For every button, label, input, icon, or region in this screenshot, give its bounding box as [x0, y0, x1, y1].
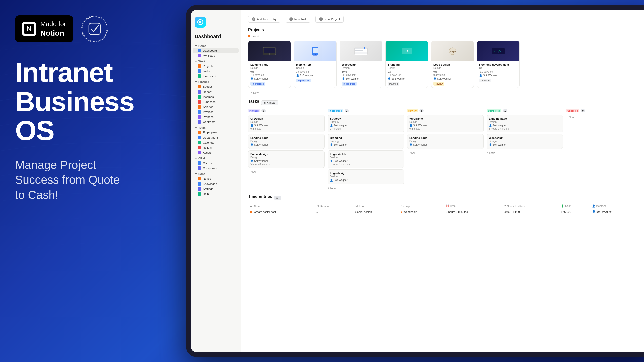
nav-item-projects[interactable]: Projects [193, 64, 239, 69]
nav-item-expenses[interactable]: Expenses [193, 99, 239, 104]
nav-item-assets[interactable]: Assets [193, 150, 239, 155]
task-card[interactable]: Landing page Design 👤 Soft Wagner [407, 134, 484, 149]
task-card[interactable]: Webdesign Design 👤 Soft Wagner [487, 134, 563, 149]
nav-section-header-base[interactable]: ▼ Base [193, 172, 239, 176]
new-task-button[interactable]: + New Task [286, 16, 311, 23]
nav-item-salaries[interactable]: Salaries [193, 104, 239, 109]
main-title: Intranet Business OS [15, 58, 151, 145]
nav-item-report[interactable]: Report [193, 89, 239, 94]
nav-item-department[interactable]: Department [193, 135, 239, 140]
project-info: Webdesign Design 50% -11 days left 👤 Sof… [340, 61, 382, 88]
nav-section-header-crm[interactable]: ▼ CRM [193, 156, 239, 161]
nav-dot [198, 161, 201, 165]
nav-item-tasks[interactable]: Tasks [193, 69, 239, 74]
nav-item-help[interactable]: Help [193, 191, 239, 196]
col-header-member: 👤 Member [590, 203, 642, 209]
project-info: Frontend development UX -11 days left 👤 … [477, 61, 519, 84]
project-card[interactable]: Landing page Design 0% -11 days left 👤 S… [248, 41, 291, 88]
add-task-button-planned[interactable]: + New [248, 169, 325, 174]
nav-dot [198, 100, 201, 104]
task-card[interactable]: Landing page Design 👤 Soft Wagner 5 hour… [487, 115, 563, 132]
task-card[interactable]: Social design Design 👤 Soft Wagner 5 hou… [248, 150, 325, 168]
task-card[interactable]: UI Design Design 👤 Soft Wagner 0 minutes [248, 115, 325, 132]
nav-section-home: ▼ Home Dashboard My Board [193, 43, 239, 58]
kanban-tag[interactable]: ⊞ Kanban [261, 100, 278, 105]
col-header-time: ⏰ Time [444, 203, 502, 209]
nav-item-knowledge[interactable]: Knowledge [193, 181, 239, 186]
svg-rect-8 [264, 48, 275, 53]
svg-rect-16 [355, 52, 367, 54]
nav-item-contracts[interactable]: Contracts [193, 119, 239, 124]
status-badge: Planned [479, 79, 491, 82]
entry-duration: 5 [314, 209, 353, 215]
nav-item-notice[interactable]: Notice [193, 176, 239, 181]
add-task-button-inprogress[interactable]: + New [328, 186, 404, 190]
add-project-button[interactable]: + + New [248, 90, 642, 95]
tasks-section-title: Tasks [248, 99, 259, 104]
project-card[interactable]: Mobile App Design 19 days left 👤 Soft Wa… [294, 41, 337, 88]
add-time-entry-button[interactable]: + Add Time Entry [248, 16, 280, 23]
task-card[interactable]: Strategy Strategy 👤 Soft Wagner 0 minute… [328, 115, 404, 132]
filter-all-button[interactable]: All [274, 196, 281, 200]
col-header-cost: 💲 Cost [559, 203, 590, 209]
nav-dot [198, 151, 201, 154]
entry-member: 👤 Soft Wagner [590, 209, 642, 215]
tablet-screen: Dashboard ▼ Home Dashboard My Board [191, 10, 644, 352]
project-card[interactable]: <div/> js Frontend development UX -11 da… [477, 41, 520, 88]
project-card[interactable]: logo Logo design Design 0% 0 days left 👤… [431, 41, 474, 88]
nav-item-clients[interactable]: Clients [193, 161, 239, 166]
nav-section-crm: ▼ CRM Clients Companies [193, 156, 239, 171]
svg-rect-11 [313, 48, 318, 53]
task-card[interactable]: Branding Strategy 👤 Soft Wagner [328, 134, 404, 149]
task-card[interactable]: Landing page Design 👤 Soft Wagner [248, 134, 325, 149]
kanban-col-header-review: Review 1 [407, 108, 484, 113]
new-project-button[interactable]: + New Project [315, 16, 344, 23]
nav-item-calendar[interactable]: Calendar [193, 140, 239, 145]
task-card[interactable]: Logo design Design 👤 Soft Wagner [328, 169, 404, 184]
svg-point-6 [199, 21, 201, 23]
nav-item-proposal[interactable]: Proposal [193, 114, 239, 119]
entry-name: Create social post [248, 209, 314, 215]
nav-section-header-team[interactable]: ▼ Team [193, 125, 239, 130]
col-header-duration: ⏱ Duration [314, 203, 353, 209]
nav-item-budget[interactable]: Budget [193, 84, 239, 89]
col-header-project: 🗂 Project [399, 203, 444, 209]
plus-icon: + [319, 17, 323, 21]
nav-section-header-work[interactable]: ▼ Work [193, 59, 239, 64]
subtitle: Manage ProjectSuccess from Quoteto Cash! [15, 158, 151, 203]
nav-item-myboard[interactable]: My Board [193, 53, 239, 58]
nav-item-settings[interactable]: Settings [193, 186, 239, 191]
nav-item-holiday[interactable]: Holiday [193, 145, 239, 150]
nav-section-header-finance[interactable]: ▼ Finance [193, 80, 239, 84]
nav-section-header-home[interactable]: ▼ Home [193, 43, 239, 48]
nav-item-dashboard[interactable]: Dashboard [193, 48, 239, 53]
task-card[interactable]: Logo sketch Design 👤 Soft Wagner 3 hours… [328, 150, 404, 168]
entry-cost: $250.00 [559, 209, 590, 215]
add-task-button-review[interactable]: + New [407, 150, 484, 155]
plus-icon: + [252, 17, 255, 21]
app-icon-container [193, 15, 239, 32]
nav-item-incomes[interactable]: Incomes [193, 94, 239, 99]
nav-dot [198, 64, 201, 68]
kanban-col-planned: Planned 7 UI Design Design 👤 Soft Wagner… [248, 108, 325, 190]
nav-item-invoices[interactable]: Invoices [193, 109, 239, 114]
nav-item-companies[interactable]: Companies [193, 166, 239, 171]
project-card[interactable]: B Branding Design 0% -11 days left 👤 Sof… [385, 41, 428, 88]
add-task-button-canceled[interactable]: + New [566, 115, 642, 119]
kanban-col-header-canceled: Canceled 0 [566, 108, 642, 113]
svg-point-12 [315, 54, 316, 55]
kanban-col-header-completed: Completed 1 [487, 108, 563, 113]
nav-dot [198, 166, 201, 170]
time-entries-table: Aa Name ⏱ Duration ☑ Task 🗂 Project ⏰ Ti… [248, 203, 642, 215]
nav-item-employees[interactable]: Employees [193, 130, 239, 135]
tablet-wrapper: Dashboard ▼ Home Dashboard My Board [186, 5, 644, 357]
nav-dot [198, 136, 201, 139]
projects-filter: Latest [248, 35, 642, 38]
project-info: Mobile App Design 19 days left 👤 Soft Wa… [294, 61, 336, 84]
svg-rect-15 [355, 50, 363, 51]
nav-item-timesheet[interactable]: Timesheet [193, 74, 239, 79]
add-task-button-completed[interactable]: + New [487, 150, 563, 155]
project-card[interactable]: Webdesign Design 50% -11 days left 👤 Sof… [340, 41, 382, 88]
projects-grid: Landing page Design 0% -11 days left 👤 S… [248, 41, 642, 88]
task-card[interactable]: Wireframe Design 👤 Soft Wagner 0 minutes [407, 115, 484, 132]
